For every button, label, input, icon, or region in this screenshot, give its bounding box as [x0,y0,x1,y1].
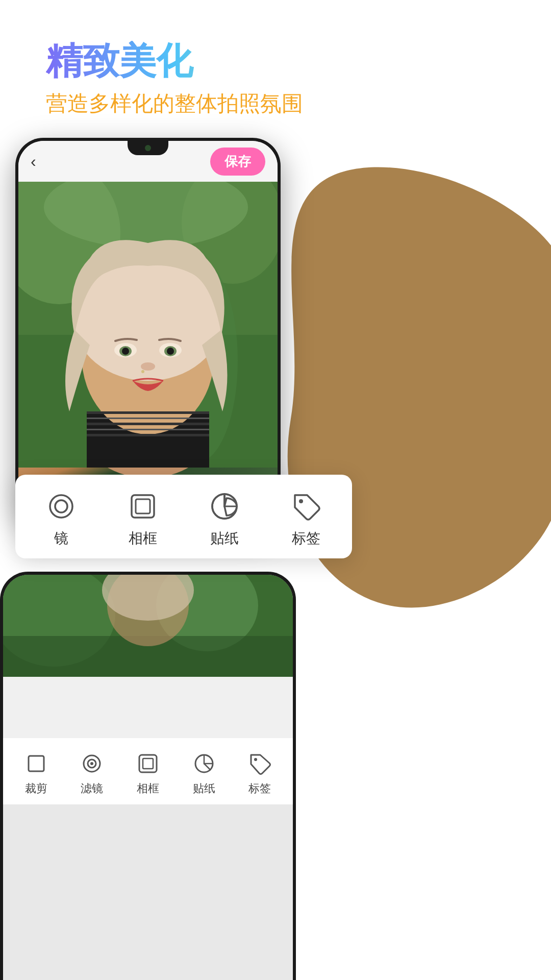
header-section: 精致美化 营造多样化的整体拍照氛围 [46,41,303,118]
toolbar-item-filter-partial[interactable]: 镜 [45,490,78,548]
secondary-toolbar-tag[interactable]: 标签 [246,750,273,796]
phone-main-mockup: ‹ 保存 [15,138,281,526]
secondary-tag-label: 标签 [248,781,271,796]
phone-secondary-screen: 裁剪 滤镜 [3,575,293,980]
crop-label: 裁剪 [25,781,47,796]
svg-rect-39 [139,755,157,772]
frame-icon [127,490,159,523]
svg-rect-22 [87,434,209,436]
tag-label: 标签 [292,529,320,548]
secondary-toolbar-filter[interactable]: 滤镜 [79,750,105,796]
svg-point-17 [141,370,144,373]
portrait-image [18,182,278,468]
secondary-photo [3,575,293,677]
phone-camera [145,145,151,151]
header-title: 精致美化 [46,41,303,81]
secondary-photo-content [3,575,293,677]
svg-point-15 [167,348,174,355]
svg-rect-19 [87,418,209,419]
phone-notch [128,141,168,155]
svg-point-23 [50,495,72,518]
svg-point-24 [55,500,67,512]
svg-rect-20 [87,423,209,425]
save-button[interactable]: 保存 [210,148,265,176]
svg-rect-26 [136,499,150,513]
secondary-tag-icon [246,750,273,777]
phone-secondary-mockup: 裁剪 滤镜 [0,572,296,980]
toolbar-item-tag[interactable]: 标签 [290,490,322,548]
secondary-frame-label: 相框 [137,781,159,796]
toolbar-item-frame[interactable]: 相框 [127,490,159,548]
secondary-white-area [3,677,293,738]
secondary-frame-icon [135,750,161,777]
toolbar-item-sticker[interactable]: 贴纸 [208,490,241,548]
svg-point-14 [122,348,129,355]
phone-photo-area [18,182,278,523]
sticker-label: 贴纸 [210,529,239,548]
tag-icon [290,490,322,523]
secondary-sticker-label: 贴纸 [193,781,215,796]
secondary-toolbar: 裁剪 滤镜 [3,738,293,804]
toolbar-popup: 镜 相框 贴纸 标签 [15,475,352,558]
frame-label: 相框 [129,529,157,548]
svg-rect-40 [143,758,153,769]
phone-screen: ‹ 保存 [18,141,278,523]
svg-point-38 [90,762,93,765]
svg-rect-18 [87,411,209,414]
header-subtitle: 营造多样化的整体拍照氛围 [46,89,303,118]
secondary-toolbar-crop[interactable]: 裁剪 [23,750,49,796]
svg-rect-21 [87,429,209,430]
secondary-toolbar-sticker[interactable]: 贴纸 [191,750,217,796]
svg-point-16 [141,362,155,371]
back-button[interactable]: ‹ [31,152,36,171]
secondary-sticker-icon [191,750,217,777]
svg-point-42 [254,758,257,761]
secondary-filter-icon [79,750,105,777]
svg-rect-35 [29,756,44,771]
filter-label: 滤镜 [81,781,103,796]
filter-icon-partial [45,490,78,523]
filter-label-partial: 镜 [54,529,68,548]
svg-point-28 [299,499,303,503]
sticker-icon [208,490,241,523]
crop-icon [23,750,49,777]
secondary-toolbar-frame[interactable]: 相框 [135,750,161,796]
phone-frame: ‹ 保存 [15,138,281,526]
